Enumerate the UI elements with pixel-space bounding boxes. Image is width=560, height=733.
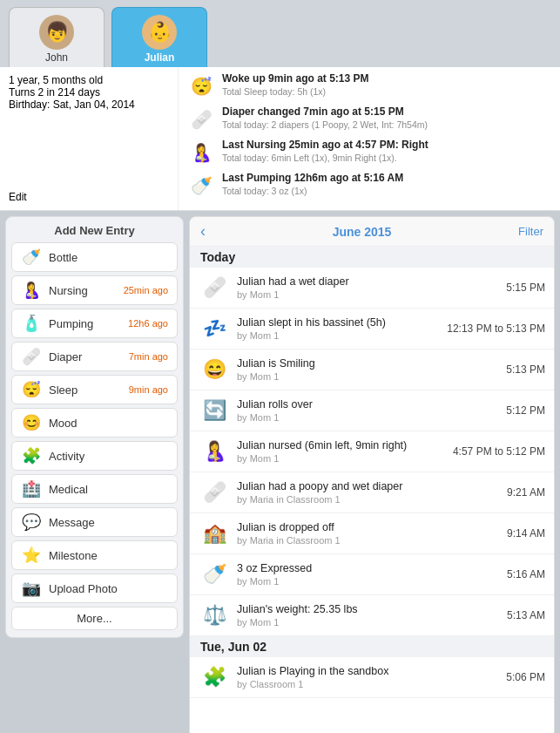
- summary-row: 😴 Woke up 9min ago at 5:13 PM Total Slee…: [187, 72, 551, 100]
- entry-btn-sleep[interactable]: 😴 Sleep 9min ago: [11, 375, 178, 404]
- activity-time: 5:13 PM: [506, 363, 545, 376]
- activity-time: 5:12 PM: [506, 404, 545, 417]
- activity-time: 9:21 AM: [507, 486, 545, 499]
- entry-icon: 🍼: [21, 248, 42, 267]
- entry-icon: 🧩: [21, 446, 42, 465]
- activity-icon: 🍼: [199, 559, 230, 590]
- activity-title: Julian had a poopy and wet diaper: [237, 479, 500, 493]
- activity-time-main: 4:57 PM to 5:12 PM: [453, 445, 545, 458]
- activity-meta: by Maria in Classroom 1: [237, 493, 500, 506]
- summary-text: Last Nursing 25min ago at 4:57 PM: Right…: [222, 139, 551, 164]
- tab-julian-label: Julian: [145, 51, 175, 64]
- add-entry-card: Add New Entry 🍼 Bottle 🤱 Nursing 25min a…: [5, 216, 184, 638]
- activity-icon: 🏫: [199, 518, 230, 549]
- more-button[interactable]: More...: [11, 607, 178, 630]
- activity-title: Julian is Playing in the sandbox: [237, 664, 499, 678]
- activity-meta: by Mom 1: [237, 411, 499, 424]
- activity-row[interactable]: ⚖️ Julian's weight: 25.35 lbs by Mom 1 5…: [190, 595, 554, 636]
- turns-text: Turns 2 in 214 days: [9, 86, 169, 98]
- summary-main: Woke up 9min ago at 5:13 PM: [222, 72, 551, 86]
- entry-label: Activity: [49, 450, 168, 463]
- tab-john[interactable]: 👦 John: [9, 7, 105, 67]
- activity-content: Julian is Playing in the sandbox by Clas…: [237, 664, 499, 691]
- activity-content: Julian slept in his bassinet (5h) by Mom…: [237, 316, 440, 343]
- activity-row[interactable]: 🩹 Julian had a poopy and wet diaper by M…: [190, 472, 554, 513]
- calendar-header: ‹ June 2015 Filter: [190, 217, 554, 247]
- tab-julian[interactable]: 👶 Julian: [111, 7, 207, 67]
- activity-time-main: 9:14 AM: [507, 527, 545, 540]
- activity-title: Julian is dropped off: [237, 520, 500, 534]
- activity-meta: by Classroom 1: [237, 678, 499, 690]
- activity-meta: by Mom 1: [237, 575, 500, 587]
- activity-content: Julian had a poopy and wet diaper by Mar…: [237, 479, 500, 506]
- activity-meta: by Mom 1: [237, 370, 499, 383]
- entry-btn-upload-photo[interactable]: 📷 Upload Photo: [11, 574, 178, 603]
- activity-content: Julian nursed (6min left, 9min right) by…: [237, 438, 446, 465]
- section-header: Today: [190, 247, 554, 268]
- activity-row[interactable]: 🔄 Julian rolls over by Mom 1 5:12 PM: [190, 390, 554, 431]
- activity-content: Julian is Smiling by Mom 1: [237, 356, 499, 383]
- entry-btn-bottle[interactable]: 🍼 Bottle: [11, 242, 178, 272]
- summary-sub: Total Sleep today: 5h (1x): [222, 86, 551, 98]
- avatar-john: 👦: [39, 15, 74, 50]
- right-panel: ‹ June 2015 Filter Today 🩹 Julian had a …: [189, 216, 555, 733]
- activity-row[interactable]: 🍼 3 oz Expressed by Mom 1 5:16 AM: [190, 554, 554, 595]
- entry-btn-mood[interactable]: 😊 Mood: [11, 408, 178, 438]
- activity-icon: 😄: [199, 354, 230, 385]
- summary-text: Last Pumping 12h6m ago at 5:16 AM Total …: [222, 172, 551, 197]
- entry-ago: 7min ago: [129, 351, 168, 362]
- activity-row[interactable]: 😄 Julian is Smiling by Mom 1 5:13 PM: [190, 350, 554, 390]
- activity-title: Julian nursed (6min left, 9min right): [237, 438, 446, 452]
- activity-time: 5:15 PM: [506, 282, 545, 294]
- entry-btn-activity[interactable]: 🧩 Activity: [11, 441, 178, 471]
- entry-icon: 😴: [21, 380, 42, 399]
- entry-icon: 🏥: [21, 479, 42, 499]
- activity-row[interactable]: 🏫 Julian is dropped off by Maria in Clas…: [190, 513, 554, 554]
- activity-time-main: 12:13 PM to 5:13 PM: [447, 322, 545, 335]
- activity-content: Julian's weight: 25.35 lbs by Mom 1: [237, 602, 500, 629]
- activity-time-main: 5:06 PM: [506, 671, 545, 683]
- summary-panel: 😴 Woke up 9min ago at 5:13 PM Total Slee…: [179, 67, 560, 210]
- activity-icon: 🤱: [199, 436, 230, 467]
- activity-icon: 🩹: [199, 477, 230, 508]
- activity-content: Julian is dropped off by Maria in Classr…: [237, 520, 500, 547]
- entry-icon: 📷: [21, 579, 42, 598]
- edit-button[interactable]: Edit: [9, 191, 169, 203]
- entry-icon: 🧴: [21, 314, 42, 333]
- info-panel: 1 year, 5 months old Turns 2 in 214 days…: [0, 67, 179, 210]
- activity-row[interactable]: 🤱 Julian nursed (6min left, 9min right) …: [190, 431, 554, 472]
- activity-icon: 🩹: [199, 272, 230, 303]
- activity-time-main: 5:13 PM: [506, 363, 545, 376]
- activity-time: 12:13 PM to 5:13 PM: [447, 322, 545, 335]
- entry-btn-medical[interactable]: 🏥 Medical: [11, 474, 178, 504]
- entry-btn-pumping[interactable]: 🧴 Pumping 12h6 ago: [11, 309, 178, 338]
- filter-button[interactable]: Filter: [518, 225, 543, 238]
- activity-title: Julian is Smiling: [237, 356, 499, 370]
- activity-icon: ⚖️: [199, 600, 230, 631]
- entry-btn-milestone[interactable]: ⭐ Milestone: [11, 540, 178, 570]
- summary-icon: 🍼: [187, 172, 215, 200]
- entry-label: Nursing: [49, 284, 117, 297]
- activity-title: Julian's weight: 25.35 lbs: [237, 602, 500, 616]
- summary-text: Woke up 9min ago at 5:13 PM Total Sleep …: [222, 72, 551, 98]
- activity-row[interactable]: 💤 Julian slept in his bassinet (5h) by M…: [190, 309, 554, 350]
- entry-btn-diaper[interactable]: 🩹 Diaper 7min ago: [11, 342, 178, 371]
- entry-icon: 💬: [21, 512, 42, 532]
- activity-icon: 🧩: [199, 662, 230, 693]
- add-entry-title: Add New Entry: [11, 224, 178, 237]
- summary-sub: Total today: 3 oz (1x): [222, 186, 551, 198]
- activity-time-main: 5:16 AM: [507, 568, 545, 580]
- activity-content: Julian had a wet diaper by Mom 1: [237, 275, 499, 302]
- activity-time-main: 9:21 AM: [507, 486, 545, 499]
- activity-meta: by Mom 1: [237, 616, 500, 628]
- entry-btn-nursing[interactable]: 🤱 Nursing 25min ago: [11, 275, 178, 305]
- summary-icon: 😴: [187, 72, 215, 100]
- activity-time: 5:06 PM: [506, 671, 545, 683]
- activity-row[interactable]: 🩹 Julian had a wet diaper by Mom 1 5:15 …: [190, 268, 554, 309]
- entry-btn-message[interactable]: 💬 Message: [11, 507, 178, 537]
- activity-title: 3 oz Expressed: [237, 561, 500, 575]
- activity-row[interactable]: 🧩 Julian is Playing in the sandbox by Cl…: [190, 657, 554, 698]
- entry-label: Upload Photo: [49, 582, 168, 595]
- activity-title: Julian rolls over: [237, 397, 499, 411]
- activity-time: 9:14 AM: [507, 527, 545, 540]
